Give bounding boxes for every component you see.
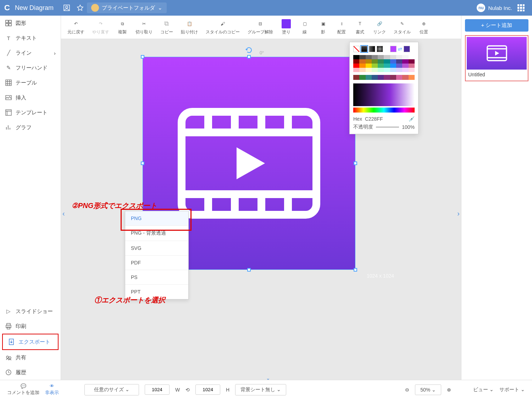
tool-paste[interactable]: 📋貼り付け <box>177 18 201 37</box>
palette-color[interactable] <box>396 59 402 64</box>
palette-color[interactable] <box>353 68 359 72</box>
gradient-swatch-3[interactable] <box>377 46 383 52</box>
toggle-visibility-button[interactable]: 👁非表示 <box>45 383 59 396</box>
export-option-ps[interactable]: PS <box>125 270 188 285</box>
recent-color[interactable] <box>372 75 378 80</box>
palette-color[interactable] <box>402 59 408 64</box>
swap-dimensions-icon[interactable]: ⟲ <box>185 387 190 393</box>
background-select[interactable]: 背景シート無し ⌄ <box>235 384 286 395</box>
palette-color[interactable] <box>359 55 365 59</box>
eyedropper-icon[interactable]: 💉 <box>409 116 415 122</box>
palette-color[interactable] <box>396 64 402 68</box>
palette-color[interactable] <box>366 68 372 72</box>
palette-color[interactable] <box>372 55 378 59</box>
collapse-bottombar-icon[interactable]: ⌄ <box>266 375 270 381</box>
palette-color[interactable] <box>390 55 396 59</box>
tool-undo[interactable]: ↶元に戻す <box>64 18 88 37</box>
palette-color[interactable] <box>390 64 396 68</box>
color-field[interactable] <box>353 83 415 106</box>
color-palette[interactable] <box>353 55 415 72</box>
sidebar-item-line[interactable]: ╱ライン› <box>0 45 61 60</box>
recent-color[interactable] <box>396 75 402 80</box>
palette-color[interactable] <box>402 64 408 68</box>
sidebar-item-freehand[interactable]: ✎フリーハンド <box>0 60 61 75</box>
palette-color[interactable] <box>409 64 415 68</box>
palette-color[interactable] <box>378 59 384 64</box>
tool-redo[interactable]: ↷やり直す <box>89 18 113 37</box>
palette-color[interactable] <box>384 64 390 68</box>
next-sheet-arrow[interactable]: › <box>457 209 460 218</box>
recent-color[interactable] <box>402 75 408 80</box>
palette-color[interactable] <box>409 55 415 59</box>
export-option-pdf[interactable]: PDF <box>125 256 188 270</box>
add-comment-button[interactable]: 💬コメントを追加 <box>7 383 39 396</box>
rotate-handle[interactable] <box>245 47 253 54</box>
apps-grid-icon[interactable] <box>516 3 526 12</box>
palette-color[interactable] <box>359 68 365 72</box>
palette-color[interactable] <box>378 64 384 68</box>
palette-color[interactable] <box>390 68 396 72</box>
palette-color[interactable] <box>378 68 384 72</box>
width-input[interactable] <box>145 384 170 395</box>
palette-color[interactable] <box>353 55 359 59</box>
palette-color[interactable] <box>359 59 365 64</box>
tool-brush[interactable]: 🖌スタイルのコピー <box>202 18 243 37</box>
sidebar-item-template[interactable]: テンプレート <box>0 105 61 120</box>
resize-handle-br[interactable] <box>354 268 357 272</box>
palette-color[interactable] <box>384 59 390 64</box>
recent-color[interactable] <box>409 75 415 80</box>
tool-duplicate[interactable]: ⧉複製 <box>113 18 131 37</box>
palette-color[interactable] <box>409 68 415 72</box>
gradient-swatch[interactable] <box>361 46 367 52</box>
tool-link[interactable]: 🔗リンク <box>370 18 389 37</box>
hue-slider[interactable] <box>353 108 415 113</box>
company-link[interactable]: nu Nulab Inc. <box>477 4 512 12</box>
palette-color[interactable] <box>390 59 396 64</box>
recent-colors[interactable] <box>353 75 415 80</box>
palette-color[interactable] <box>409 59 415 64</box>
app-logo[interactable]: C <box>4 3 10 12</box>
opacity-slider[interactable] <box>376 127 399 127</box>
sidebar-item-shapes[interactable]: 図形 <box>0 16 61 31</box>
sidebar-item-print[interactable]: 印刷 <box>0 319 61 334</box>
palette-color[interactable] <box>366 59 372 64</box>
resize-handle-ml[interactable] <box>141 162 144 165</box>
gradient-swatch-2[interactable] <box>369 46 375 52</box>
export-option-png[interactable]: PNG <box>125 211 188 226</box>
palette-color[interactable] <box>353 64 359 68</box>
palette-color[interactable] <box>402 68 408 72</box>
swap-colors-icon[interactable]: ⇄ <box>398 46 402 52</box>
height-input[interactable] <box>195 384 220 395</box>
export-option-svg[interactable]: SVG <box>125 241 188 256</box>
resize-handle-mr[interactable] <box>354 162 357 165</box>
palette-color[interactable] <box>402 55 408 59</box>
no-fill-swatch[interactable] <box>353 46 360 52</box>
sidebar-item-table[interactable]: テーブル <box>0 75 61 90</box>
tool-position[interactable]: ⊕位置 <box>415 18 433 37</box>
resize-handle-tl[interactable] <box>141 55 144 59</box>
palette-color[interactable] <box>366 55 372 59</box>
sidebar-item-text[interactable]: Tテキスト <box>0 31 61 45</box>
tool-cut[interactable]: ✂切り取り <box>132 18 156 37</box>
tool-style[interactable]: ✎スタイル <box>390 18 414 37</box>
zoom-in-button[interactable]: ⊕ <box>447 387 451 393</box>
add-sheet-button[interactable]: + シート追加 <box>465 19 528 32</box>
resize-handle-bm[interactable] <box>247 268 251 272</box>
sidebar-item-history[interactable]: 履歴 <box>0 365 61 380</box>
size-preset-select[interactable]: 任意のサイズ ⌄ <box>84 384 139 395</box>
hex-input[interactable] <box>365 116 390 122</box>
prev-sheet-arrow[interactable]: ‹ <box>62 209 65 218</box>
tool-format[interactable]: T書式 <box>351 18 369 37</box>
palette-color[interactable] <box>384 55 390 59</box>
recent-color[interactable] <box>359 75 365 80</box>
palette-color[interactable] <box>359 64 365 68</box>
sidebar-item-chart[interactable]: グラフ <box>0 120 61 135</box>
zoom-out-button[interactable]: ⊖ <box>405 387 409 393</box>
recent-color[interactable] <box>366 75 372 80</box>
recent-color[interactable] <box>353 75 359 80</box>
recent-color[interactable] <box>384 75 390 80</box>
recent-color[interactable] <box>378 75 384 80</box>
tool-align[interactable]: ⫴配置 <box>333 18 350 37</box>
color-stop-1[interactable] <box>390 46 397 52</box>
tool-ungroup[interactable]: ⊟グループ解除 <box>244 18 277 37</box>
